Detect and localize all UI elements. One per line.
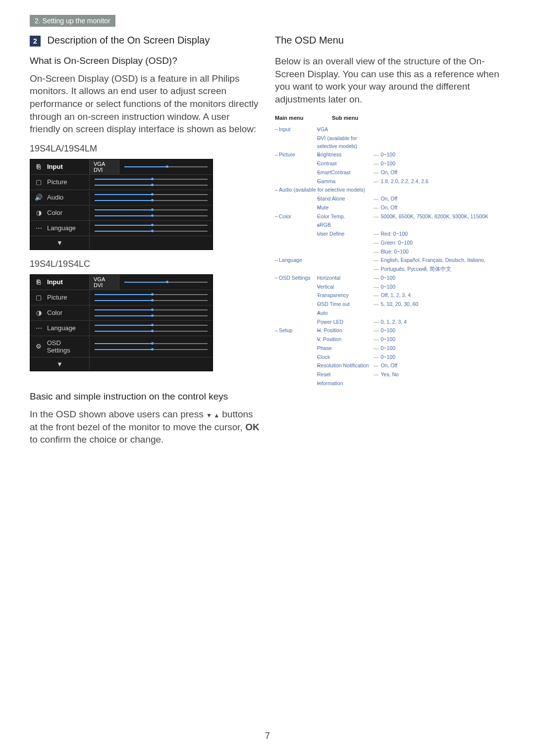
color-icon: ◑ — [34, 208, 43, 217]
osd-menu-row[interactable]: ◑Color — [30, 305, 213, 321]
tree-value: —Green: 0~100 — [372, 239, 505, 247]
right-column: The OSD Menu Below is an overall view of… — [275, 32, 505, 454]
osd-slider[interactable] — [95, 194, 208, 195]
osd-slider-area — [90, 305, 213, 320]
tree-sub-item: Vertical — [317, 283, 372, 291]
tree-row: .Transparency—Off, 1, 2, 3, 4 — [275, 292, 505, 300]
osd-slider[interactable] — [95, 309, 208, 310]
osd-slider[interactable] — [95, 215, 208, 216]
model-label-1: 19S4LA/19S4LM — [30, 144, 260, 154]
osd-menu-item[interactable]: ⋯Language — [30, 321, 90, 336]
tree-sub-item: Stand Alone — [317, 195, 372, 203]
tree-sub-item: SmartContrast — [317, 169, 372, 177]
tree-value: —0~100 — [372, 345, 505, 353]
osd-menu-row[interactable]: ⎘InputVGADVI — [30, 159, 213, 175]
osd-slider[interactable] — [95, 325, 208, 326]
osd-menu-item[interactable]: ⎘Input — [30, 275, 90, 290]
section-title: 2 Description of the On Screen Display — [30, 35, 260, 47]
osd-menu-row[interactable]: ⋯Language — [30, 221, 213, 236]
osd-slider[interactable] — [95, 225, 208, 226]
tree-sub-item: Phase — [317, 345, 372, 353]
tree-sub-item: Information — [317, 380, 372, 388]
tree-main-item: Picture — [275, 151, 317, 159]
tree-row: .Auto — [275, 309, 505, 317]
tree-value: —0~100 — [372, 274, 505, 282]
tree-header-sub: Sub menu — [332, 114, 358, 122]
breadcrumb: 2. Setting up the monitor — [30, 15, 115, 27]
osd-menu-item[interactable]: ▢Picture — [30, 290, 90, 305]
tree-row: .sRGB — [275, 221, 505, 229]
osd-menu-item[interactable]: 🔊Audio — [30, 190, 90, 205]
osd-menu-row[interactable]: ◑Color — [30, 205, 213, 221]
tree-value: —0~100 — [372, 160, 505, 168]
osd-slider[interactable] — [95, 179, 208, 180]
tree-row: OSD SettingsHorizontal—0~100 — [275, 274, 505, 282]
tree-value: —5000K, 6500K, 7500K, 8200K, 9300K, 1150… — [372, 213, 505, 221]
ok-label: OK — [245, 422, 260, 432]
tree-row: .Mute—On, Off — [275, 204, 505, 212]
tree-value: —Blue: 0~100 — [372, 248, 505, 256]
osd-menu-item[interactable]: ⋯Language — [30, 221, 90, 236]
tree-main-item: Input — [275, 126, 317, 134]
osd-menu-item[interactable]: ⚙OSD Settings — [30, 336, 90, 357]
osd-slider[interactable] — [95, 231, 208, 232]
osd-slider[interactable] — [95, 349, 208, 350]
input-icon: ⎘ — [34, 162, 43, 171]
tree-row: PictureBrightness—0~100 — [275, 151, 505, 159]
osd-slider-area — [90, 321, 213, 336]
tree-row: ColorColor Temp.—5000K, 6500K, 7500K, 82… — [275, 213, 505, 221]
osd-slider[interactable] — [95, 343, 208, 344]
osd-submenu-item[interactable]: DVI — [94, 282, 115, 288]
down-up-arrows-icon: ▼ ▲ — [206, 412, 219, 419]
osd-panel-2: ⎘InputVGADVI▢Picture◑Color⋯Language⚙OSD … — [30, 274, 213, 371]
osd-slider[interactable] — [95, 300, 208, 301]
osd-menu-item[interactable]: ⎘Input — [30, 159, 90, 174]
tree-value: —0~100 — [372, 327, 505, 335]
osd-submenu-item[interactable]: VGA — [94, 161, 115, 167]
color-icon: ◑ — [34, 308, 43, 317]
tree-sub-item: Horizontal — [317, 274, 372, 282]
language-icon: ⋯ — [34, 224, 43, 233]
osd-menu-item[interactable]: ▢Picture — [30, 175, 90, 190]
osd-slider[interactable] — [124, 166, 208, 167]
osd-slider-area — [90, 290, 213, 305]
osd-menu-item[interactable]: ◑Color — [30, 205, 90, 220]
picture-icon: ▢ — [34, 178, 43, 187]
osd-menu-row[interactable]: ⚙OSD Settings — [30, 336, 213, 357]
tree-sub-item: Reset — [317, 371, 372, 379]
audio-icon: 🔊 — [34, 193, 43, 202]
osd-submenu[interactable]: VGADVI — [90, 275, 119, 290]
section-number-badge: 2 — [30, 36, 41, 47]
osd-menu-row[interactable]: ⋯Language — [30, 321, 213, 336]
tree-row: .Reset—Yes, No — [275, 371, 505, 379]
osd-slider[interactable] — [95, 185, 208, 186]
tree-sub-item: Color Temp. — [317, 213, 372, 221]
osd-menu-row[interactable]: ▢Picture — [30, 290, 213, 305]
osd-slider[interactable] — [95, 200, 208, 201]
osd-scroll-down[interactable]: ▼ — [30, 236, 90, 250]
osd-submenu-item[interactable]: DVI — [94, 167, 115, 173]
osd-scroll-down[interactable]: ▼ — [30, 357, 90, 371]
osd-slider[interactable] — [95, 315, 208, 316]
model-label-2: 19S4L/19S4LC — [30, 259, 260, 269]
osd-slider[interactable] — [95, 331, 208, 332]
tree-sub-item: Brightness — [317, 151, 372, 159]
osd-slider[interactable] — [95, 209, 208, 210]
osd-submenu-item[interactable]: VGA — [94, 276, 115, 282]
tree-value: —1.8, 2.0, 2.2, 2.4, 2.6 — [372, 178, 505, 186]
tree-value: —0~100 — [372, 353, 505, 361]
tree-sub-item: OSD Time out — [317, 301, 372, 308]
tree-row: .Contrast—0~100 — [275, 160, 505, 168]
osd-menu-row[interactable]: ⎘InputVGADVI — [30, 275, 213, 290]
osd-slider-area — [90, 221, 213, 236]
osd-menu-item[interactable]: ◑Color — [30, 305, 90, 320]
tree-value: —0~100 — [372, 336, 505, 344]
osd-panel-1: ⎘InputVGADVI▢Picture🔊Audio◑Color⋯Languag… — [30, 159, 213, 250]
osd-submenu[interactable]: VGADVI — [90, 159, 119, 174]
osd-slider[interactable] — [95, 294, 208, 295]
osd-menu-row[interactable]: ▢Picture — [30, 175, 213, 190]
osd-menu-row[interactable]: 🔊Audio — [30, 190, 213, 205]
osd-slider[interactable] — [124, 282, 208, 283]
language-icon: ⋯ — [34, 324, 43, 333]
tree-row: ..—Green: 0~100 — [275, 239, 505, 247]
